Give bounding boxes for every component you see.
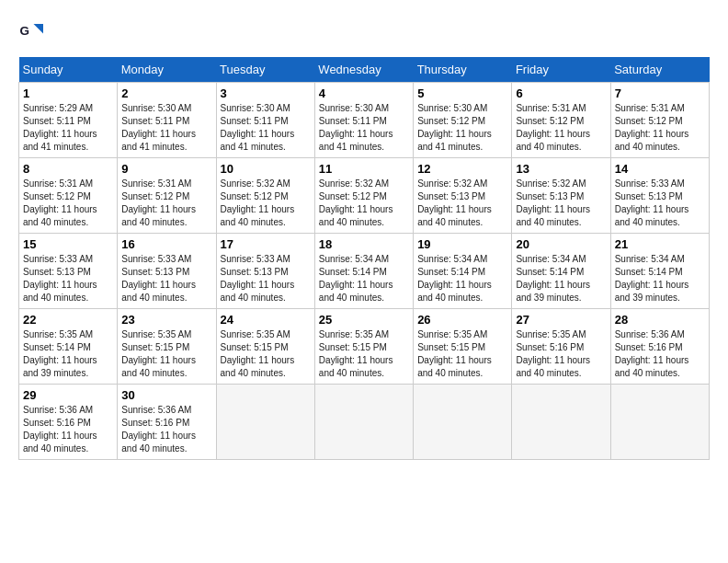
day-number: 28	[615, 313, 705, 327]
day-number: 21	[615, 237, 705, 251]
calendar-cell: 11Sunrise: 5:32 AMSunset: 5:12 PMDayligh…	[314, 158, 413, 234]
calendar-cell: 7Sunrise: 5:31 AMSunset: 5:12 PMDaylight…	[610, 83, 709, 158]
day-number: 27	[516, 313, 606, 327]
calendar-cell: 21Sunrise: 5:34 AMSunset: 5:14 PMDayligh…	[610, 234, 709, 309]
calendar-cell	[610, 385, 709, 460]
cell-info: Sunrise: 5:36 AMSunset: 5:16 PMDaylight:…	[615, 328, 705, 380]
day-number: 6	[516, 86, 606, 100]
calendar-cell: 3Sunrise: 5:30 AMSunset: 5:11 PMDaylight…	[216, 83, 314, 158]
cell-info: Sunrise: 5:33 AMSunset: 5:13 PMDaylight:…	[23, 253, 113, 304]
calendar-cell: 5Sunrise: 5:30 AMSunset: 5:12 PMDaylight…	[414, 83, 512, 158]
calendar-cell: 14Sunrise: 5:33 AMSunset: 5:13 PMDayligh…	[610, 158, 709, 234]
cell-info: Sunrise: 5:35 AMSunset: 5:15 PMDaylight:…	[221, 328, 311, 380]
day-number: 16	[121, 237, 211, 251]
calendar-week-row: 15Sunrise: 5:33 AMSunset: 5:13 PMDayligh…	[19, 234, 710, 309]
cell-info: Sunrise: 5:32 AMSunset: 5:13 PMDaylight:…	[417, 178, 507, 229]
calendar-cell: 17Sunrise: 5:33 AMSunset: 5:13 PMDayligh…	[216, 234, 314, 309]
calendar-cell: 16Sunrise: 5:33 AMSunset: 5:13 PMDayligh…	[118, 234, 216, 309]
day-number: 24	[221, 313, 311, 327]
calendar-cell: 9Sunrise: 5:31 AMSunset: 5:12 PMDaylight…	[118, 158, 216, 234]
calendar-week-row: 1Sunrise: 5:29 AMSunset: 5:11 PMDaylight…	[19, 83, 710, 158]
day-number: 12	[417, 162, 507, 176]
svg-text:G: G	[20, 24, 30, 38]
calendar-cell	[414, 385, 512, 460]
calendar-cell: 29Sunrise: 5:36 AMSunset: 5:16 PMDayligh…	[19, 385, 118, 460]
cell-info: Sunrise: 5:30 AMSunset: 5:11 PMDaylight:…	[121, 102, 211, 154]
day-of-week-header: Friday	[512, 57, 610, 83]
day-of-week-header: Wednesday	[314, 57, 413, 83]
cell-info: Sunrise: 5:32 AMSunset: 5:13 PMDaylight:…	[516, 178, 606, 229]
calendar-cell: 12Sunrise: 5:32 AMSunset: 5:13 PMDayligh…	[414, 158, 512, 234]
cell-info: Sunrise: 5:34 AMSunset: 5:14 PMDaylight:…	[319, 253, 409, 304]
logo-icon: G	[18, 18, 46, 46]
svg-marker-1	[34, 24, 44, 34]
logo: G	[18, 18, 50, 46]
day-number: 22	[23, 313, 113, 327]
calendar-cell: 25Sunrise: 5:35 AMSunset: 5:15 PMDayligh…	[314, 309, 413, 385]
calendar-cell: 24Sunrise: 5:35 AMSunset: 5:15 PMDayligh…	[216, 309, 314, 385]
day-number: 26	[417, 313, 507, 327]
day-number: 2	[121, 86, 211, 100]
calendar-cell: 30Sunrise: 5:36 AMSunset: 5:16 PMDayligh…	[118, 385, 216, 460]
day-number: 18	[319, 237, 409, 251]
day-number: 30	[121, 388, 211, 402]
cell-info: Sunrise: 5:33 AMSunset: 5:13 PMDaylight:…	[121, 253, 211, 304]
cell-info: Sunrise: 5:31 AMSunset: 5:12 PMDaylight:…	[615, 102, 705, 154]
day-of-week-header: Saturday	[610, 57, 709, 83]
day-number: 25	[319, 313, 409, 327]
day-number: 14	[615, 162, 705, 176]
cell-info: Sunrise: 5:34 AMSunset: 5:14 PMDaylight:…	[615, 253, 705, 304]
day-number: 17	[221, 237, 311, 251]
calendar-cell: 8Sunrise: 5:31 AMSunset: 5:12 PMDaylight…	[19, 158, 118, 234]
calendar-week-row: 29Sunrise: 5:36 AMSunset: 5:16 PMDayligh…	[19, 385, 710, 460]
cell-info: Sunrise: 5:30 AMSunset: 5:11 PMDaylight:…	[221, 102, 311, 154]
calendar-cell: 2Sunrise: 5:30 AMSunset: 5:11 PMDaylight…	[118, 83, 216, 158]
cell-info: Sunrise: 5:31 AMSunset: 5:12 PMDaylight:…	[121, 178, 211, 229]
cell-info: Sunrise: 5:35 AMSunset: 5:15 PMDaylight:…	[319, 328, 409, 380]
cell-info: Sunrise: 5:34 AMSunset: 5:14 PMDaylight:…	[516, 253, 606, 304]
calendar-header: SundayMondayTuesdayWednesdayThursdayFrid…	[19, 57, 710, 83]
header: G	[18, 18, 710, 46]
day-of-week-header: Monday	[118, 57, 216, 83]
cell-info: Sunrise: 5:31 AMSunset: 5:12 PMDaylight:…	[516, 102, 606, 154]
cell-info: Sunrise: 5:33 AMSunset: 5:13 PMDaylight:…	[221, 253, 311, 304]
calendar-cell: 13Sunrise: 5:32 AMSunset: 5:13 PMDayligh…	[512, 158, 610, 234]
calendar-cell	[512, 385, 610, 460]
calendar-cell: 27Sunrise: 5:35 AMSunset: 5:16 PMDayligh…	[512, 309, 610, 385]
calendar-cell: 20Sunrise: 5:34 AMSunset: 5:14 PMDayligh…	[512, 234, 610, 309]
cell-info: Sunrise: 5:29 AMSunset: 5:11 PMDaylight:…	[23, 102, 113, 154]
calendar-cell: 28Sunrise: 5:36 AMSunset: 5:16 PMDayligh…	[610, 309, 709, 385]
calendar-cell: 10Sunrise: 5:32 AMSunset: 5:12 PMDayligh…	[216, 158, 314, 234]
calendar-cell	[216, 385, 314, 460]
cell-info: Sunrise: 5:35 AMSunset: 5:16 PMDaylight:…	[516, 328, 606, 380]
calendar-cell: 22Sunrise: 5:35 AMSunset: 5:14 PMDayligh…	[19, 309, 118, 385]
calendar-cell	[314, 385, 413, 460]
cell-info: Sunrise: 5:35 AMSunset: 5:15 PMDaylight:…	[121, 328, 211, 380]
calendar-cell: 6Sunrise: 5:31 AMSunset: 5:12 PMDaylight…	[512, 83, 610, 158]
calendar-cell: 1Sunrise: 5:29 AMSunset: 5:11 PMDaylight…	[19, 83, 118, 158]
day-number: 1	[23, 86, 113, 100]
cell-info: Sunrise: 5:30 AMSunset: 5:11 PMDaylight:…	[319, 102, 409, 154]
day-number: 20	[516, 237, 606, 251]
cell-info: Sunrise: 5:35 AMSunset: 5:14 PMDaylight:…	[23, 328, 113, 380]
day-number: 9	[121, 162, 211, 176]
calendar-week-row: 22Sunrise: 5:35 AMSunset: 5:14 PMDayligh…	[19, 309, 710, 385]
calendar-week-row: 8Sunrise: 5:31 AMSunset: 5:12 PMDaylight…	[19, 158, 710, 234]
cell-info: Sunrise: 5:31 AMSunset: 5:12 PMDaylight:…	[23, 178, 113, 229]
cell-info: Sunrise: 5:30 AMSunset: 5:12 PMDaylight:…	[417, 102, 507, 154]
cell-info: Sunrise: 5:35 AMSunset: 5:15 PMDaylight:…	[417, 328, 507, 380]
calendar-cell: 18Sunrise: 5:34 AMSunset: 5:14 PMDayligh…	[314, 234, 413, 309]
day-number: 7	[615, 86, 705, 100]
day-number: 11	[319, 162, 409, 176]
cell-info: Sunrise: 5:32 AMSunset: 5:12 PMDaylight:…	[319, 178, 409, 229]
cell-info: Sunrise: 5:34 AMSunset: 5:14 PMDaylight:…	[417, 253, 507, 304]
day-number: 13	[516, 162, 606, 176]
cell-info: Sunrise: 5:33 AMSunset: 5:13 PMDaylight:…	[615, 178, 705, 229]
calendar-cell: 26Sunrise: 5:35 AMSunset: 5:15 PMDayligh…	[414, 309, 512, 385]
day-of-week-header: Thursday	[414, 57, 512, 83]
day-number: 4	[319, 86, 409, 100]
day-number: 5	[417, 86, 507, 100]
day-number: 19	[417, 237, 507, 251]
day-number: 15	[23, 237, 113, 251]
day-number: 8	[23, 162, 113, 176]
